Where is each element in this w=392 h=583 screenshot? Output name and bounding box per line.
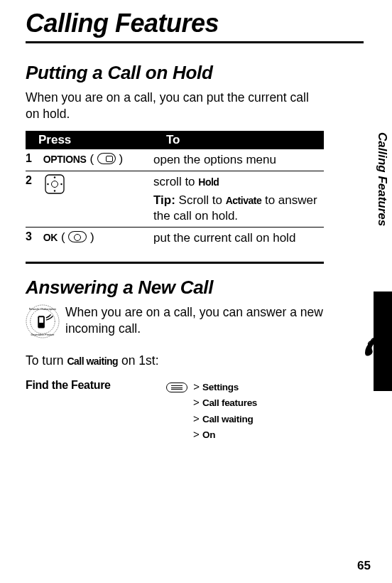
table-cell-desc: scroll to Hold Tip: Scroll to Activate t…: [153, 171, 324, 227]
paren-close: ): [119, 152, 124, 166]
path-arrow: >: [193, 380, 200, 392]
step-number: 1: [26, 152, 40, 165]
network-feature-icon: Network / Subscription Dependent Feature: [26, 304, 60, 338]
svg-rect-11: [39, 317, 43, 323]
tip-prefix: Scroll to: [175, 193, 226, 207]
chapter-rule: [26, 41, 364, 43]
table-header-press: Press: [26, 131, 153, 149]
menu-path-item: Call features: [202, 397, 257, 408]
key-label-options: OPTIONS: [43, 154, 87, 165]
hold-bold: Hold: [198, 176, 219, 188]
nav-pad-icon: [45, 174, 65, 194]
svg-point-4: [47, 183, 48, 184]
softkey-right-icon: [97, 153, 116, 164]
chapter-title: Calling Features: [26, 9, 364, 38]
side-tab-text: Calling Features: [375, 132, 389, 226]
svg-point-3: [54, 190, 55, 191]
path-arrow: >: [193, 396, 200, 408]
paren-open: (: [61, 230, 68, 244]
menu-key-icon: [166, 383, 187, 392]
svg-text:Network / Subscription: Network / Subscription: [29, 308, 56, 311]
page-number: 65: [357, 559, 371, 573]
key-label-ok: OK: [43, 232, 58, 243]
section-intro-answer: When you are on a call, you can answer a…: [65, 304, 324, 337]
turn-on-suffix: on 1st:: [118, 353, 158, 368]
svg-text:Dependent Feature: Dependent Feature: [31, 333, 55, 336]
turn-on-text: To turn Call waiting on 1st:: [26, 353, 324, 369]
menu-path-item: On: [202, 429, 215, 440]
phone-handset-icon: [349, 321, 389, 358]
scroll-text: scroll to: [153, 175, 198, 188]
table-header-to: To: [153, 131, 324, 149]
activate-bold: Activate: [226, 195, 261, 206]
table-row: 3 OK ( ) put the current call on hold: [26, 227, 324, 249]
table-row: 1 OPTIONS ( ) open the options menu: [26, 149, 324, 171]
svg-point-5: [60, 183, 62, 184]
table-cell-desc: open the options menu: [153, 149, 324, 171]
step-number: 3: [26, 230, 40, 243]
paren-open: (: [89, 152, 97, 166]
paren-close: ): [90, 230, 94, 244]
section-title-hold: Putting a Call on Hold: [26, 62, 324, 84]
menu-path: > Settings > Call features > Call waitin…: [166, 379, 257, 443]
svg-point-1: [51, 181, 58, 187]
find-feature-label: Find the Feature: [26, 379, 158, 392]
table-row: 2 scroll to Hold Tip: Scroll to Activate…: [26, 171, 324, 227]
step-number: 2: [26, 174, 40, 187]
tip-label: Tip:: [153, 193, 175, 207]
section-title-answer: Answering a New Call: [26, 277, 324, 299]
turn-on-prefix: To turn: [26, 353, 67, 368]
section-intro-hold: When you are on a call, you can put the …: [26, 90, 324, 122]
softkey-left-icon: [68, 231, 87, 242]
table-cell-desc: put the current call on hold: [153, 227, 324, 249]
table-bottom-rule: [26, 262, 324, 264]
menu-path-item: Settings: [202, 382, 239, 392]
path-arrow: >: [193, 412, 200, 424]
menu-path-item: Call waiting: [202, 414, 253, 424]
call-waiting-bold: Call waiting: [67, 355, 118, 367]
find-the-feature: Find the Feature > Settings > Call featu…: [26, 379, 324, 443]
side-tab: Calling Features: [374, 132, 392, 299]
press-to-table: Press To 1 OPTIONS ( ) open the options …: [26, 131, 324, 249]
svg-point-2: [54, 176, 55, 178]
path-arrow: >: [193, 428, 200, 440]
